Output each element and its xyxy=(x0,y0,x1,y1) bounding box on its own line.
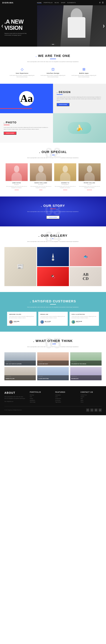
footer-link-webdesign[interactable]: Web Design xyxy=(30,402,51,402)
gallery-img-4: ABCD xyxy=(70,267,102,286)
footer-link-about[interactable]: About xyxy=(81,400,102,401)
photo-left: . PHOTO Lorem ipsum dolor sit amet conse… xyxy=(0,113,53,143)
we-are-title: . WE ARE THE ONE xyxy=(6,54,100,58)
footer-link-branding[interactable]: Branding xyxy=(30,394,51,396)
hero-dot-1[interactable] xyxy=(51,44,52,45)
test-name-2: MARY BLUE xyxy=(76,321,82,322)
nav-link-blog[interactable]: BLOG xyxy=(55,2,59,4)
hero-person-image xyxy=(60,5,93,46)
think-bg-number: 05 xyxy=(45,334,61,352)
test-avatar-1: 👤 xyxy=(40,320,44,324)
team-member-3: PETER COLLINS Director Sed ut perspiciat… xyxy=(79,163,101,191)
footer-copyright: © 2017 Digrama. All Rights Reserved. xyxy=(4,410,22,410)
photo-desc: Lorem ipsum dolor sit amet consectetur a… xyxy=(4,126,49,130)
think-inner: 05 . WHAT OTHER THINK Sed ut perspiciati… xyxy=(4,339,102,380)
blog-item-0[interactable]: PORTFOLIO OUR LACY DAYS IN SATURN xyxy=(4,352,36,366)
we-are-underline xyxy=(50,59,56,59)
blog-img-3: PORTFOLIO GREEN PILLOW xyxy=(4,367,36,380)
footer-link-faq[interactable]: FAQ xyxy=(81,398,102,399)
hero-subtitle: Digrama comes with ten stunning and full… xyxy=(4,32,31,36)
footer-divider xyxy=(4,406,102,406)
testimonial-card-2: COOL ILLUSTRATION Lorem ipsum dolor sit … xyxy=(70,312,99,326)
gallery-item-4[interactable]: ABCD xyxy=(70,267,102,286)
footer-link-contactform[interactable]: Contact Form xyxy=(81,394,102,396)
hero-next-arrow[interactable]: ❯ xyxy=(103,24,105,28)
footer-link-print[interactable]: Print xyxy=(30,396,51,397)
team-role-1: Developer xyxy=(30,184,52,185)
footer-link-photos[interactable]: Photos xyxy=(30,398,51,399)
team-role-3: Director xyxy=(79,184,101,185)
hero-dot-3[interactable] xyxy=(54,44,55,45)
social-twitter-icon[interactable]: t xyxy=(90,408,93,412)
gallery-item-1[interactable] xyxy=(37,247,69,266)
design-know-more-button[interactable]: KNOW MORE xyxy=(57,103,69,106)
blog-item-5[interactable]: PORTFOLIO BOUNDLESS xyxy=(70,367,102,380)
nav-link-shop[interactable]: SHOP xyxy=(61,2,65,4)
think-section: 05 . WHAT OTHER THINK Sed ut perspiciati… xyxy=(0,332,106,386)
nav-link-home[interactable]: HOME xyxy=(37,2,42,4)
footer-link-components[interactable]: Components xyxy=(55,398,76,399)
customers-title: . SATISFIED CUSTOMERS xyxy=(4,299,102,303)
footer-link-terms[interactable]: Terms xyxy=(81,402,102,402)
search-icon[interactable]: ⚲ xyxy=(99,2,101,4)
blog-overlay-2: PORTFOLIO SPLENDOR IN THE GRASS xyxy=(70,360,102,366)
blog-title-0: OUR LACY DAYS IN SATURN xyxy=(5,363,21,364)
footer-about-col: ABOUT Sed ut perspiciatis unde omnis ist… xyxy=(4,391,25,403)
team-photo-1 xyxy=(30,163,52,181)
footer-about-text: Sed ut perspiciatis unde omnis iste natu… xyxy=(4,396,25,400)
svg-marker-1 xyxy=(52,253,54,258)
hero-dot-2[interactable] xyxy=(53,44,53,45)
footer-bottom: © 2017 Digrama. All Rights Reserved. f t… xyxy=(4,408,102,412)
testimonials-row: AWESOME COLORS Lorem ipsum dolor sit ame… xyxy=(4,312,102,326)
nav-logo[interactable]: DIGRAMA xyxy=(2,2,13,4)
feature-item-0: ◇ User Experience Lorem ipsum dolor sit … xyxy=(9,67,35,78)
gallery-item-3[interactable]: 🍫 xyxy=(37,267,69,286)
customers-section: . SATISFIED CUSTOMERS Sed ut perspiciati… xyxy=(0,292,106,332)
photo-shape: 🍌 xyxy=(68,122,91,134)
photo-know-more-button[interactable]: KNOW MORE xyxy=(4,132,16,135)
footer-portfolio-col: PORTFOLIO Branding Print Photos Illustra… xyxy=(30,391,51,403)
test-category-2: COOL ILLUSTRATION xyxy=(72,314,97,315)
team-stars-1: ★★★ xyxy=(30,189,52,190)
footer-link-icons[interactable]: Icons xyxy=(55,396,76,397)
story-content: 03 . OUR STORY Sed ut perspiciatis unde … xyxy=(4,204,102,219)
blog-item-3[interactable]: PORTFOLIO GREEN PILLOW xyxy=(4,367,36,380)
blog-item-1[interactable]: GALLERY SLOW AND EASY xyxy=(37,352,69,366)
footer-link-shortcodes[interactable]: Shortcodes xyxy=(55,400,76,401)
gallery-img-3: 🍫 xyxy=(37,267,69,286)
photo-right: 🍌 xyxy=(53,113,106,143)
blog-item-4[interactable]: GALLERY CLOUD SPOTTING xyxy=(37,367,69,380)
design-underline xyxy=(57,94,63,95)
photo-section: . PHOTO Lorem ipsum dolor sit amet conse… xyxy=(0,113,106,143)
blog-title-1: SLOW AND EASY xyxy=(38,363,48,364)
user-experience-icon: ◇ xyxy=(9,67,35,71)
menu-icon[interactable]: ☰ xyxy=(102,2,104,4)
nav-icons: ⚲ ☰ xyxy=(99,2,104,4)
team-role-2: Photographer xyxy=(54,184,76,185)
nav-link-portfolio[interactable]: PORTFOLIO xyxy=(44,2,53,4)
blog-item-2[interactable]: PORTFOLIO SPLENDOR IN THE GRASS xyxy=(70,352,102,366)
footer-link-typography[interactable]: Typography xyxy=(55,394,76,396)
footer-about-extra: Info: info@site.com xyxy=(4,401,25,402)
test-author-row-0: 👤 LENA KARL Designer xyxy=(9,320,34,324)
gallery-img-2: 🐟 xyxy=(70,247,102,266)
test-role-2: Designer xyxy=(76,322,82,323)
social-facebook-icon[interactable]: f xyxy=(86,408,89,412)
team-member-0: JANE HAYES Designer Sed ut perspiciatis … xyxy=(5,163,28,191)
blog-title-2: SPLENDOR IN THE GRASS xyxy=(71,363,86,364)
nav-link-elements[interactable]: ELEMENTS xyxy=(67,2,76,4)
team-role-0: Designer xyxy=(5,184,28,185)
blog-overlay-1: GALLERY SLOW AND EASY xyxy=(37,360,69,366)
test-category-0: AWESOME COLORS xyxy=(9,314,34,315)
social-instagram-icon[interactable]: in xyxy=(95,408,98,412)
team-desc-3: Sed ut perspiciatis unde omnis iste natu… xyxy=(79,186,101,189)
hero-prev-arrow[interactable]: ❮ xyxy=(1,24,3,28)
test-desc-2: Lorem ipsum dolor sit amet consectetur a… xyxy=(72,316,97,319)
navbar: DIGRAMA HOME PORTFOLIO BLOG SHOP ELEMENT… xyxy=(0,0,106,5)
social-pinterest-icon[interactable]: p xyxy=(99,408,102,412)
gallery-item-2[interactable]: 🐟 xyxy=(70,247,102,266)
footer-link-illustrations[interactable]: Illustrations xyxy=(30,400,51,401)
footer-link-support[interactable]: Support xyxy=(81,396,102,397)
gallery-item-0[interactable]: 📰 xyxy=(4,247,36,286)
footer-link-pagebuilder[interactable]: Page Builder xyxy=(55,402,76,402)
